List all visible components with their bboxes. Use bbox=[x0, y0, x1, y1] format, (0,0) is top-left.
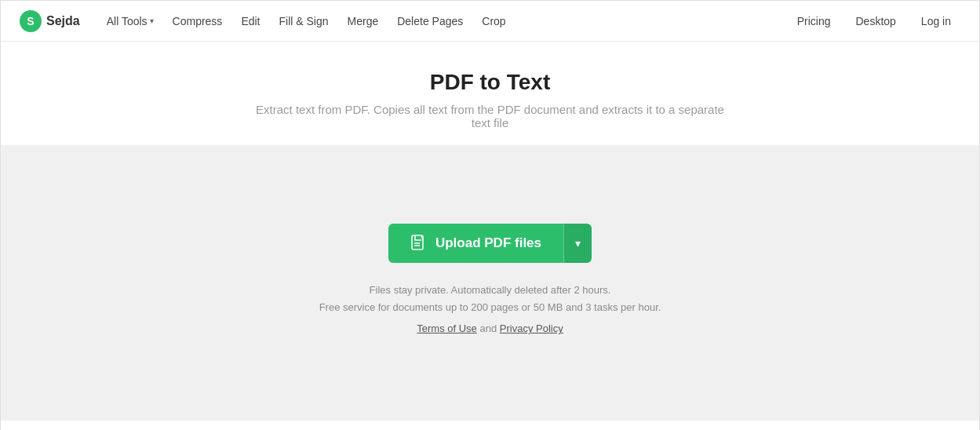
upload-dropdown-button[interactable]: ▾ bbox=[563, 224, 592, 263]
logo-text: Sejda bbox=[46, 14, 80, 28]
nav-item-compress[interactable]: Compress bbox=[165, 10, 231, 32]
terms-of-use-link[interactable]: Terms of Use bbox=[417, 322, 477, 334]
upload-button-label: Upload PDF files bbox=[435, 235, 541, 251]
curve-top-decoration bbox=[1, 145, 979, 184]
hero-section: PDF to Text Extract text from PDF. Copie… bbox=[1, 42, 979, 145]
nav-item-merge[interactable]: Merge bbox=[340, 10, 387, 32]
header: S Sejda All Tools ▾ Compress Edit Fill &… bbox=[1, 1, 979, 42]
main-nav: All Tools ▾ Compress Edit Fill & Sign Me… bbox=[99, 10, 514, 32]
desktop-link[interactable]: Desktop bbox=[846, 10, 905, 32]
svg-rect-0 bbox=[412, 235, 423, 250]
nav-item-all-tools[interactable]: All Tools ▾ bbox=[99, 10, 162, 32]
page-title: PDF to Text bbox=[20, 70, 960, 95]
header-left: S Sejda All Tools ▾ Compress Edit Fill &… bbox=[20, 10, 514, 32]
nav-item-edit[interactable]: Edit bbox=[233, 10, 268, 32]
pdf-file-icon bbox=[410, 235, 428, 252]
chevron-down-icon: ▾ bbox=[150, 16, 154, 25]
header-right: Pricing Desktop Log in bbox=[788, 10, 960, 32]
nav-item-delete-pages[interactable]: Delete Pages bbox=[389, 10, 471, 32]
pricing-link[interactable]: Pricing bbox=[788, 10, 840, 32]
dropdown-arrow-icon: ▾ bbox=[575, 237, 581, 250]
logo[interactable]: S Sejda bbox=[20, 10, 80, 32]
nav-item-fill-sign[interactable]: Fill & Sign bbox=[271, 10, 337, 32]
upload-info-text: Files stay private. Automatically delete… bbox=[319, 282, 661, 316]
login-link[interactable]: Log in bbox=[912, 10, 960, 32]
privacy-policy-link[interactable]: Privacy Policy bbox=[500, 322, 563, 334]
legal-links-text: Terms of Use and Privacy Policy bbox=[417, 322, 563, 334]
upload-pdf-button[interactable]: Upload PDF files bbox=[388, 224, 563, 263]
nav-item-crop[interactable]: Crop bbox=[474, 10, 513, 32]
offline-banner: OFFLINE Rather work offline? Try Sejda D… bbox=[1, 421, 979, 430]
curve-bottom-decoration bbox=[1, 381, 979, 421]
upload-button-group: Upload PDF files ▾ bbox=[388, 224, 592, 263]
logo-icon: S bbox=[20, 10, 42, 32]
upload-area: Upload PDF files ▾ Files stay private. A… bbox=[1, 184, 979, 381]
page-subtitle: Extract text from PDF. Copies all text f… bbox=[255, 103, 726, 129]
